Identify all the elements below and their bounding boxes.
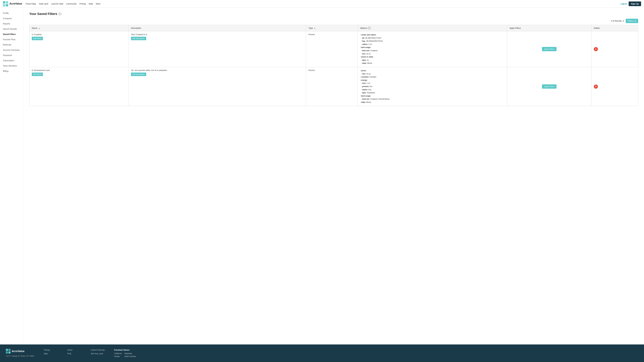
row2-edit-description-button[interactable]: Edit Description [131, 72, 146, 76]
page-title-row: Your Saved Filters i [29, 12, 638, 16]
sidebar-item-profile[interactable]: Profile [0, 10, 23, 16]
row2-filter-name: IL Development Land [32, 69, 126, 71]
row1-apply-filters-button[interactable]: Apply Filters [542, 47, 556, 51]
options-info-icon[interactable]: i [368, 27, 370, 29]
nav-community[interactable]: Community [66, 3, 76, 5]
footer-link-pricing[interactable]: Pricing [44, 349, 58, 351]
row1-name-cell: IL Cropland Edit Name [30, 31, 129, 67]
sidebar-item-company[interactable]: Company [0, 16, 23, 21]
row2-type: Parcels [308, 69, 315, 71]
row1-options: - center and radius: - lat: 39.298755512… [360, 33, 505, 65]
signup-button[interactable]: Sign Up [629, 1, 641, 6]
footer-logo-text: AcreValue [12, 350, 24, 353]
svg-rect-0 [3, 1, 5, 3]
footer-logo-icon [6, 349, 10, 354]
sidebar: Profile Company Reports Search Results S… [0, 7, 24, 345]
nav-more[interactable]: More [96, 3, 100, 5]
row1-type: Parcels [308, 33, 315, 35]
nav-land-for-sale[interactable]: Land for Sale [51, 3, 63, 5]
sidebar-item-password[interactable]: Password [0, 53, 23, 58]
footer-states: California Florida Nebraska North Caroli… [114, 353, 136, 358]
footer-inner: AcreValue 122 S. Cayuga St, Ithaca, NY 1… [6, 349, 638, 358]
sidebar-item-referrals[interactable]: Referrals [0, 42, 23, 47]
nav-sold-land[interactable]: Sold Land [39, 3, 48, 5]
footer-logo: AcreValue [6, 349, 35, 354]
footer-address: 122 S. Cayuga St, Ithaca, NY 14850 [6, 355, 35, 357]
row1-description-text: 20ac Cropland in IL [131, 33, 304, 35]
sidebar-item-reports[interactable]: Reports [0, 21, 23, 26]
sidebar-item-account-summary[interactable]: Account Summary [0, 47, 23, 53]
row1-apply-cell: Apply Filters [507, 31, 592, 67]
footer-col-2: About FAQ [67, 349, 82, 356]
footer-link-about[interactable]: About [67, 349, 82, 351]
row2-delete-button[interactable]: ✕ [594, 84, 598, 89]
filters-button[interactable]: Filters ☰ [626, 19, 638, 23]
main-nav: Parcel Map Sold Land Land for Sale Commu… [26, 3, 100, 5]
footer-link-sell-land[interactable]: Sell Your Land [91, 353, 106, 355]
svg-rect-1 [6, 1, 8, 3]
svg-rect-7 [8, 352, 10, 354]
footer-link-north-carolina[interactable]: North Carolina [124, 356, 136, 358]
sidebar-item-saved-filters[interactable]: Saved Filters [0, 31, 23, 37]
filters-table: Name ▲ Description Type ▼ Options i [29, 25, 638, 106]
footer-link-carbon-farming[interactable]: Carbon Farming [91, 349, 106, 351]
footer-col-3: Carbon Farming Sell Your Land [91, 349, 106, 356]
row2-description-cell: 10+ acre parcels within 1mi of a substat… [129, 67, 306, 106]
sidebar-item-team-members[interactable]: Team Members [0, 63, 23, 68]
th-name: Name ▲ [30, 25, 129, 31]
logo-icon [3, 1, 8, 6]
table-body: IL Cropland Edit Name 20ac Cropland in I… [30, 31, 638, 106]
footer-link-florida[interactable]: Florida [114, 356, 122, 358]
row2-apply-cell: Apply Filters [507, 67, 592, 106]
row2-edit-name-button[interactable]: Edit Name [32, 72, 43, 76]
nav-parcel-map[interactable]: Parcel Map [26, 3, 36, 5]
logo[interactable]: AcreValue [3, 1, 22, 6]
th-apply-filters: Apply Filters [507, 25, 592, 31]
svg-rect-2 [3, 4, 5, 6]
row2-name-cell: IL Development Land Edit Name [30, 67, 129, 106]
info-icon[interactable]: i [58, 12, 61, 15]
row1-delete-cell: ✕ [591, 31, 638, 67]
nav-pricing[interactable]: Pricing [80, 3, 86, 5]
row2-apply-filters-button[interactable]: Apply Filters [542, 84, 556, 89]
footer-link-map[interactable]: Map [44, 353, 58, 355]
type-sort-icon[interactable]: ▼ [314, 27, 316, 29]
row2-options: - acres: - min: 10 ac. - counties: Chris… [360, 69, 505, 104]
page-wrapper: Profile Company Reports Search Results S… [0, 7, 644, 345]
name-sort-icon[interactable]: ▲ [38, 27, 40, 29]
th-options: Options i [358, 25, 507, 31]
row1-type-cell: Parcels [306, 31, 358, 67]
sidebar-item-subscription[interactable]: Subscription [0, 58, 23, 63]
sidebar-item-search-results[interactable]: Search Results [0, 26, 23, 31]
sidebar-item-favorite-plots[interactable]: Favorite Plots [0, 37, 23, 42]
footer-col-1: Pricing Map [44, 349, 58, 356]
row2-options-cell: - acres: - min: 10 ac. - counties: Chris… [358, 67, 507, 106]
table-header-row: Name ▲ Description Type ▼ Options i [30, 25, 638, 31]
footer-link-nebraska[interactable]: Nebraska [124, 353, 136, 355]
header-right: Log In Sign Up [621, 1, 641, 6]
svg-rect-5 [8, 349, 10, 351]
row1-edit-name-button[interactable]: Edit Name [32, 37, 43, 40]
th-type: Type ▼ [306, 25, 358, 31]
login-button[interactable]: Log In [621, 3, 627, 5]
table-row: IL Cropland Edit Name 20ac Cropland in I… [30, 31, 638, 67]
table-head: Name ▲ Description Type ▼ Options i [30, 25, 638, 31]
site-header: AcreValue Parcel Map Sold Land Land for … [0, 0, 644, 7]
filters-button-label: Filters [628, 20, 633, 22]
header-left: AcreValue Parcel Map Sold Land Land for … [3, 1, 100, 6]
logo-text: AcreValue [9, 2, 22, 5]
row1-filter-name: IL Cropland [32, 33, 126, 35]
footer-link-faq[interactable]: FAQ [67, 353, 82, 355]
footer-link-california[interactable]: California [114, 353, 122, 355]
results-row: # of Results: 3 Filters ☰ [29, 19, 638, 23]
row1-edit-description-button[interactable]: Edit Description [131, 37, 146, 40]
sidebar-item-billing[interactable]: Billing [0, 68, 23, 74]
th-delete: Delete [591, 25, 638, 31]
row2-description-text: 10+ acre parcels within 1mi of a substat… [131, 69, 304, 71]
results-count: # of Results: 3 [611, 20, 624, 22]
svg-rect-4 [6, 349, 8, 351]
footer-farmland-title: Farmland Values: [114, 349, 136, 351]
nav-help[interactable]: Help [89, 3, 93, 5]
row1-delete-button[interactable]: ✕ [594, 47, 598, 51]
footer-brand: AcreValue 122 S. Cayuga St, Ithaca, NY 1… [6, 349, 35, 357]
